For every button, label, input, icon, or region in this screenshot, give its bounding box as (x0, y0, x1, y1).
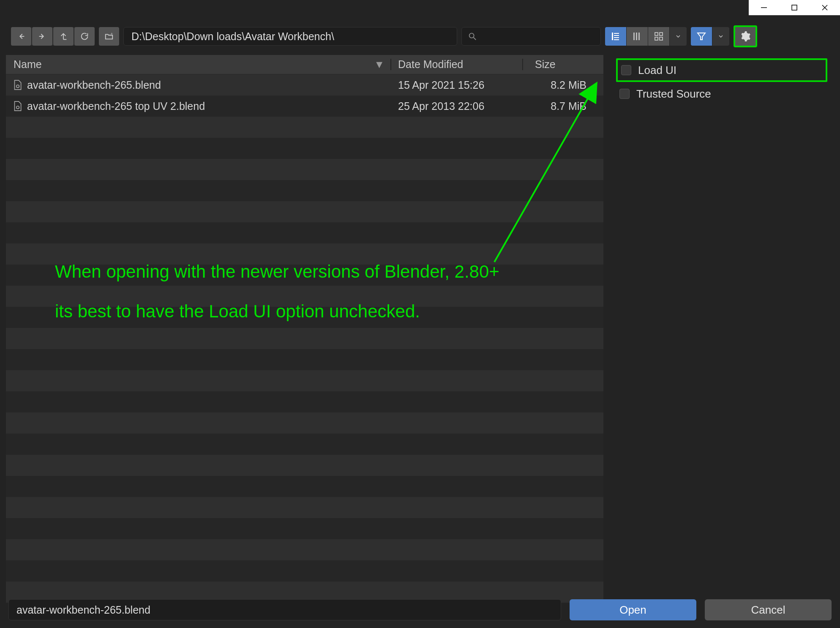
svg-marker-23 (698, 33, 705, 40)
trusted-source-checkbox[interactable]: Trusted Source (616, 82, 827, 106)
refresh-button[interactable] (74, 27, 95, 46)
list-header: Name ▼ Date Modified Size (6, 55, 603, 74)
svg-rect-14 (614, 37, 619, 38)
svg-rect-18 (638, 33, 640, 40)
minimize-button[interactable] (749, 0, 779, 15)
close-button[interactable] (810, 0, 840, 15)
search-input[interactable] (461, 27, 601, 46)
svg-rect-13 (614, 35, 619, 36)
view-list-vertical-button[interactable] (605, 27, 626, 46)
load-ui-checkbox[interactable]: Load UI (616, 58, 827, 82)
column-name[interactable]: Name ▼ (6, 58, 390, 71)
file-row[interactable]: avatar-workbench-265.blend 15 Apr 2021 1… (6, 74, 603, 96)
new-folder-button[interactable]: + (99, 27, 119, 46)
forward-button[interactable] (32, 27, 52, 46)
up-button[interactable] (53, 27, 74, 46)
path-input[interactable]: D:\Desktop\Down loads\Avatar Workbench\ (123, 27, 457, 46)
column-size[interactable]: Size (523, 58, 603, 71)
view-thumbnails-button[interactable] (648, 27, 669, 46)
svg-rect-17 (636, 33, 637, 40)
svg-rect-21 (655, 37, 658, 40)
open-button[interactable]: Open (570, 599, 696, 620)
options-panel: Load UI Trusted Source (603, 55, 840, 109)
blend-file-icon (12, 101, 23, 112)
svg-line-10 (474, 38, 476, 40)
checkbox-icon (621, 65, 631, 75)
file-name: avatar-workbench-265 top UV 2.blend (27, 100, 205, 112)
svg-rect-12 (614, 33, 619, 34)
file-size: 8.2 MiB (523, 79, 603, 91)
file-date: 15 Apr 2021 15:26 (392, 79, 523, 91)
cancel-button[interactable]: Cancel (705, 599, 832, 620)
file-name: avatar-workbench-265.blend (27, 79, 161, 91)
svg-text:+: + (111, 32, 113, 36)
svg-rect-11 (612, 33, 613, 40)
svg-rect-22 (660, 37, 663, 40)
svg-rect-20 (660, 33, 663, 35)
sort-caret-icon: ▼ (374, 58, 385, 71)
maximize-button[interactable] (779, 0, 810, 15)
svg-rect-16 (633, 33, 635, 40)
annotation-text: When opening with the newer versions of … (55, 262, 499, 341)
file-date: 25 Apr 2013 22:06 (392, 100, 523, 112)
svg-rect-19 (655, 33, 658, 35)
view-list-horizontal-button[interactable] (627, 27, 648, 46)
svg-rect-1 (792, 5, 797, 10)
svg-rect-15 (614, 39, 619, 40)
filename-input[interactable]: avatar-workbench-265.blend (8, 599, 561, 620)
load-ui-label: Load UI (638, 64, 676, 77)
file-size: 8.7 MiB (523, 100, 603, 112)
svg-point-24 (16, 85, 19, 88)
file-row[interactable]: avatar-workbench-265 top UV 2.blend 25 A… (6, 96, 603, 117)
filter-button[interactable] (691, 27, 712, 46)
column-date[interactable]: Date Modified (391, 58, 522, 71)
display-dropdown-button[interactable] (670, 27, 687, 46)
display-mode-group (605, 27, 687, 46)
trusted-source-label: Trusted Source (636, 87, 711, 101)
svg-point-25 (16, 106, 19, 109)
settings-button[interactable] (734, 25, 757, 47)
checkbox-icon (619, 89, 630, 99)
blend-file-icon (12, 79, 23, 90)
back-button[interactable] (11, 27, 31, 46)
svg-point-9 (469, 33, 474, 38)
filter-dropdown-button[interactable] (712, 27, 729, 46)
column-name-label: Name (14, 58, 42, 71)
